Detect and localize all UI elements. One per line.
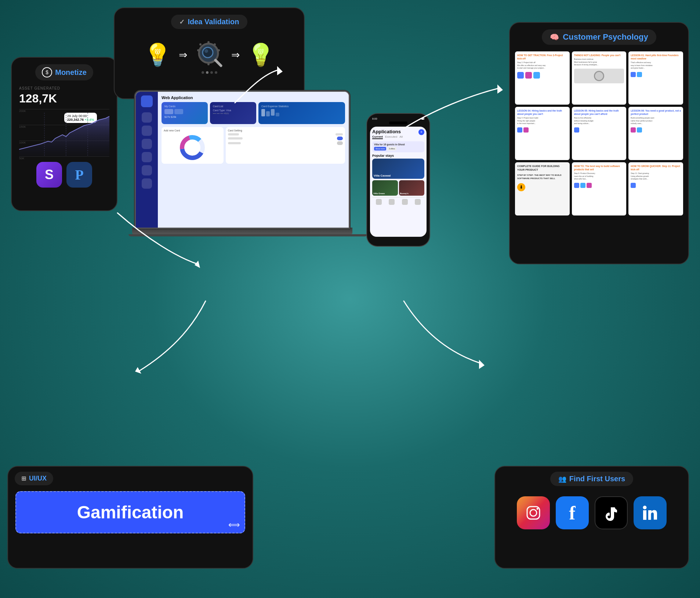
laptop-base <box>132 228 352 234</box>
svg-point-5 <box>204 49 208 53</box>
svg-line-6 <box>215 60 221 66</box>
phone-notch <box>389 122 407 124</box>
social-icons-row: f <box>495 496 688 529</box>
svg-rect-20 <box>643 510 646 520</box>
uiux-card: ⊞ UI/UX Gamification ⟺ <box>7 466 253 569</box>
svg-point-9 <box>218 49 220 51</box>
find-first-users-card: 👥 Find First Users f <box>494 466 689 569</box>
instagram-icon[interactable] <box>517 496 550 529</box>
phone-card-1: Villa for 16 guests in Ghost Show more 3… <box>372 141 424 152</box>
svg-point-19 <box>537 508 538 510</box>
idea-icons-row: 💡 ⇒ ⇒ 💡 <box>115 40 304 69</box>
popular-stays-title: Popular stays <box>372 154 424 157</box>
dollar-icon: $ <box>42 67 52 77</box>
psychology-title: Customer Psychology <box>563 32 648 42</box>
magnifier-icon <box>195 40 224 69</box>
laptop-foot <box>128 234 367 236</box>
idea-validation-card: ✓ Idea Validation 💡 ⇒ ⇒ � <box>114 7 305 99</box>
phone-frame: 8:00 Applications + Current Executed All <box>367 114 429 246</box>
villa-caswal-card: Villa Caswal <box>372 159 424 179</box>
phone-screen: Applications + Current Executed All Vill… <box>370 127 427 237</box>
psych-item-1: HOW TO GET TRACTION: Free 2-Project kick… <box>515 51 570 105</box>
psych-item-2: THINGS NOT LEADING: People you can't Bus… <box>572 51 627 105</box>
svg-point-12 <box>207 63 210 65</box>
resize-icon: ⟺ <box>228 520 240 530</box>
svg-point-11 <box>199 43 202 46</box>
idea-validation-header: ✓ Idea Validation <box>171 15 247 29</box>
monetize-title: Monetize <box>55 68 87 77</box>
tiktok-icon[interactable] <box>595 496 628 529</box>
facebook-icon[interactable]: f <box>556 496 589 529</box>
psychology-grid: HOW TO GET TRACTION: Free 2-Project kick… <box>510 46 688 221</box>
stripe-logo: S <box>36 162 62 188</box>
arrow-right-2: ⇒ <box>231 49 240 61</box>
psych-item-4: LESSON 04: Hiring basics and the truth a… <box>515 107 570 160</box>
phone-app-title: Applications <box>372 129 401 134</box>
psych-item-7: COMPLETE GUIDE FOR BUILDING YOUR PRODUCT… <box>515 162 570 215</box>
phone-bottom-bar <box>372 197 424 205</box>
users-header: 👥 Find First Users <box>550 472 633 486</box>
psych-item-5: LESSON 05: Hiring basics and the truth a… <box>572 107 627 160</box>
idea-validation-title: Idea Validation <box>188 18 239 26</box>
psych-item-8: HOW TO: The best way to build software p… <box>572 162 627 215</box>
paypal-logo: P <box>66 162 92 188</box>
psych-item-9: HOW TO GROW QUICKER: Step 11: Project ki… <box>628 162 683 215</box>
laptop-sidebar <box>136 92 158 228</box>
devices-center: Web Application My Cards $27k $28k Card … <box>99 92 437 297</box>
phone: 8:00 Applications + Current Executed All <box>367 114 429 246</box>
svg-marker-25 <box>135 367 141 374</box>
customer-psychology-card: 🧠 Customer Psychology HOW TO GET TRACTIO… <box>509 22 689 264</box>
svg-point-21 <box>643 506 647 510</box>
psych-item-3: LESSON 01: Hard pills first-time Founder… <box>628 51 683 105</box>
idea-dots <box>115 71 304 74</box>
asset-label: ASSET GENERATED <box>19 86 109 90</box>
monetize-header: $ Monetize <box>35 64 93 80</box>
arrow-right-1: ⇒ <box>179 49 187 61</box>
svg-point-4 <box>203 47 213 58</box>
laptop-screen: Web Application My Cards $27k $28k Card … <box>136 92 349 228</box>
asset-value: 128,7K <box>19 92 109 105</box>
chart-area: 200K 150K 100K 50K 29 July 00:00 220,342… <box>19 109 109 157</box>
svg-marker-26 <box>479 360 485 369</box>
stay-cards-row: Villa Green Bunny's <box>372 180 424 196</box>
psychology-header: 🧠 Customer Psychology <box>542 29 656 45</box>
dim-bulb-icon: 💡 <box>144 42 171 68</box>
svg-point-8 <box>214 43 216 46</box>
webapp-title: Web Application <box>162 95 345 100</box>
svg-point-7 <box>207 41 210 43</box>
web-app: Web Application My Cards $27k $28k Card … <box>136 92 349 228</box>
laptop: Web Application My Cards $27k $28k Card … <box>128 92 356 253</box>
gamification-label: Gamification <box>77 502 184 522</box>
svg-point-10 <box>197 49 199 51</box>
uiux-title: UI/UX <box>29 475 47 482</box>
svg-marker-24 <box>497 84 503 94</box>
bright-bulb-icon: 💡 <box>247 42 275 68</box>
users-title: Find First Users <box>569 475 625 483</box>
svg-point-18 <box>530 510 537 516</box>
linkedin-icon[interactable] <box>634 496 667 529</box>
psych-item-6: LESSON 06: You need a good product, not … <box>628 107 683 160</box>
laptop-main: Web Application My Cards $27k $28k Card … <box>158 92 349 228</box>
uiux-header: ⊞ UI/UX <box>15 472 53 485</box>
logos-row: S P <box>19 162 109 188</box>
phone-tabs: Current Executed All <box>372 135 424 139</box>
gamification-button[interactable]: Gamification ⟺ <box>15 491 245 533</box>
